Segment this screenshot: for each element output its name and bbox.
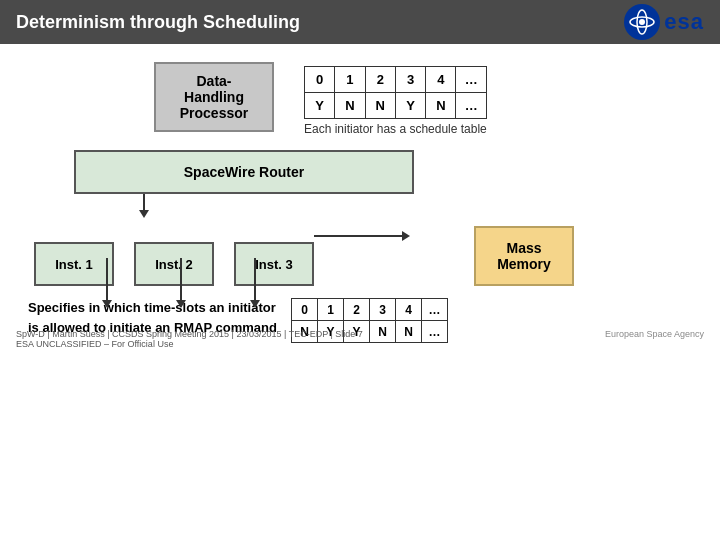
footer-line2: ESA UNCLASSIFIED – For Official Use: [16, 339, 363, 349]
b-r1-c4: 4: [395, 299, 421, 321]
inst-2-label: Inst. 2: [155, 257, 193, 272]
s-r2-c0: Y: [305, 93, 335, 119]
inst-2-col: Inst. 2: [124, 242, 224, 286]
s-r2-c3: Y: [395, 93, 425, 119]
inst-3-label: Inst. 3: [255, 257, 293, 272]
footer: SpW-D | Martin Suess | CCSDS Spring Meet…: [16, 329, 704, 349]
mass-memory-section: Mass Memory: [414, 226, 574, 286]
s-r1-c4: 4: [426, 67, 456, 93]
footer-left: SpW-D | Martin Suess | CCSDS Spring Meet…: [16, 329, 363, 349]
spacewire-box: SpaceWire Router: [74, 150, 414, 194]
main-content: Data- Handling Processor 0 1 2 3 4 … Y: [0, 44, 720, 353]
schedule-section: 0 1 2 3 4 … Y N N Y N …: [304, 66, 487, 136]
schedule-table: 0 1 2 3 4 … Y N N Y N …: [304, 66, 487, 119]
spacewire-label: SpaceWire Router: [184, 164, 304, 180]
header-title: Determinism through Scheduling: [16, 12, 300, 33]
s-r1-c0: 0: [305, 67, 335, 93]
s-r1-c1: 1: [335, 67, 365, 93]
footer-right: European Space Agency: [605, 329, 704, 349]
schedule-row-2: Y N N Y N …: [305, 93, 487, 119]
inst-3-col: Inst. 3: [224, 242, 324, 286]
s-r1-c5: …: [456, 67, 486, 93]
esa-logo-circle: [624, 4, 660, 40]
top-section: Data- Handling Processor 0 1 2 3 4 … Y: [84, 62, 704, 136]
b-r1-c3: 3: [369, 299, 395, 321]
esa-logo: esa: [624, 4, 704, 40]
inst-1-box: Inst. 1: [34, 242, 114, 286]
svg-point-3: [639, 19, 645, 25]
bottom-line1: Specifies in which time-slots an initiat…: [28, 298, 277, 318]
each-initiator-label: Each initiator has a schedule table: [304, 122, 487, 136]
diagram: Data- Handling Processor 0 1 2 3 4 … Y: [24, 62, 704, 343]
dhp-box: Data- Handling Processor: [154, 62, 274, 132]
s-r2-c1: N: [335, 93, 365, 119]
dhp-label: Data- Handling Processor: [180, 73, 248, 121]
footer-line1: SpW-D | Martin Suess | CCSDS Spring Meet…: [16, 329, 363, 339]
b-r1-c5: …: [421, 299, 447, 321]
esa-text: esa: [664, 9, 704, 35]
spacewire-section: SpaceWire Router: [24, 150, 704, 194]
s-r2-c4: N: [426, 93, 456, 119]
instruments-row: Inst. 1 Inst. 2 Inst. 3: [24, 196, 324, 286]
header: Determinism through Scheduling esa: [0, 0, 720, 44]
s-r1-c2: 2: [365, 67, 395, 93]
bottom-row-1: 0 1 2 3 4 …: [291, 299, 447, 321]
mass-memory-label: Mass Memory: [497, 240, 551, 272]
dhp-column: Data- Handling Processor: [84, 62, 274, 132]
s-r1-c3: 3: [395, 67, 425, 93]
b-r1-c1: 1: [317, 299, 343, 321]
inst-1-col: Inst. 1: [24, 242, 124, 286]
mass-memory-box: Mass Memory: [474, 226, 574, 286]
s-r2-c2: N: [365, 93, 395, 119]
inst-1-label: Inst. 1: [55, 257, 93, 272]
b-r1-c0: 0: [291, 299, 317, 321]
inst-2-box: Inst. 2: [134, 242, 214, 286]
b-r1-c2: 2: [343, 299, 369, 321]
instruments-section: Inst. 1 Inst. 2 Inst. 3 Mass Memory: [24, 196, 704, 286]
inst-3-box: Inst. 3: [234, 242, 314, 286]
schedule-row-1: 0 1 2 3 4 …: [305, 67, 487, 93]
s-r2-c5: …: [456, 93, 486, 119]
